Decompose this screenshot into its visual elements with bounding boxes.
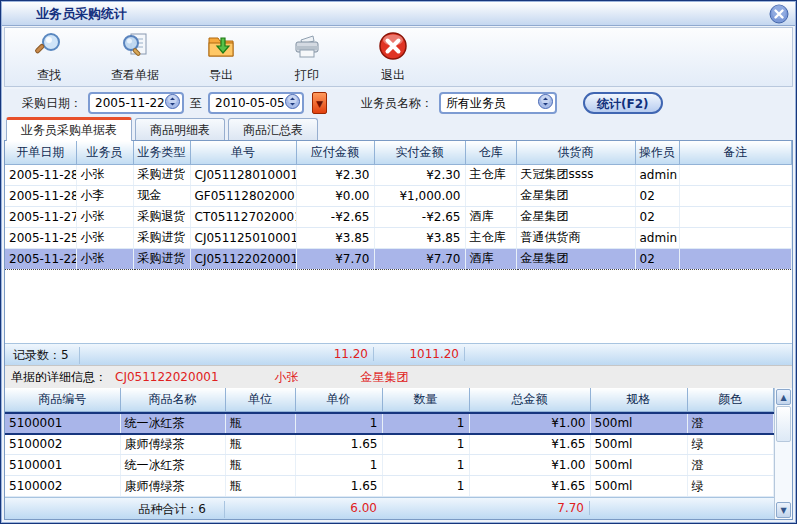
detail-table-header-row: 商品编号 商品名称 单位 单价 数量 总金额 规格 颜色 [5,388,774,411]
col-header-quantity: 数量 [382,388,469,411]
col-header-operator: 操作员 [635,141,679,164]
col-header-color: 颜色 [687,388,774,411]
content-panel: 开单日期 业务员 业务类型 单号 应付金额 实付金额 仓库 供货商 操作员 备注 [4,140,793,520]
view-document-label: 查看单据 [111,67,159,84]
list-item-selected[interactable]: 5100001统一冰红茶 瓶1 1¥1.00 500ml澄 [5,413,774,434]
col-header-total-amount: 总金额 [469,388,590,411]
spinner-icon[interactable] [165,94,180,112]
date-dropdown-button[interactable]: ▼ [312,92,327,114]
search-icon [33,30,65,65]
table-row-selected[interactable]: 2005-11-22小张 采购进货CJ051122020001 ¥7.70¥7.… [5,248,792,269]
total-paid: 1011.20 [374,347,465,361]
col-header-paid: 实付金额 [374,141,465,164]
detail-info-label: 单据的详细信息： [11,369,107,386]
list-item[interactable]: 5100002康师傅绿茶 瓶1.65 1¥1.65 500ml绿 [5,434,774,455]
view-document-button[interactable]: 查看单据 [109,30,161,84]
export-icon [205,30,237,65]
total-quantity: 6.00 [295,501,382,515]
spinner-icon[interactable] [538,94,553,112]
window-title: 业务员采购统计 [36,5,127,23]
detail-info-bar: 单据的详细信息： CJ051122020001 小张 金星集团 [5,365,792,388]
main-table: 开单日期 业务员 业务类型 单号 应付金额 实付金额 仓库 供货商 操作员 备注 [5,141,792,270]
main-totals-bar: 记录数：5 11.20 1011.20 [5,343,792,365]
col-header-business-type: 业务类型 [133,141,190,164]
date-to-value: 2010-05-05 [215,96,285,110]
arrow-down-icon: ▼ [780,506,786,515]
exit-button[interactable]: 退出 [367,30,419,84]
col-header-payable: 应付金额 [296,141,374,164]
table-row[interactable]: 2005-11-27小张 采购退货CT051127020001 -¥2.65-¥… [5,206,792,227]
find-button[interactable]: 查找 [23,30,75,84]
detail-table-section: 商品编号 商品名称 单位 单价 数量 总金额 规格 颜色 [5,388,792,519]
col-header-remarks: 备注 [679,141,792,164]
col-header-salesperson: 业务员 [76,141,133,164]
export-button[interactable]: 导出 [195,30,247,84]
col-header-product-code: 商品编号 [5,388,120,411]
exit-label: 退出 [381,67,405,84]
export-label: 导出 [209,67,233,84]
purchase-date-label: 采购日期： [22,95,82,112]
arrow-up-icon: ▲ [780,393,786,402]
close-icon [769,13,789,27]
date-to-input[interactable]: 2010-05-05 [208,92,304,114]
table-row[interactable]: 2005-11-28小李 现金GF051128020001 ¥0.00¥1,00… [5,185,792,206]
chevron-down-icon: ▼ [316,99,323,109]
scrollbar-thumb[interactable] [776,406,791,442]
date-from-value: 2005-11-22 [95,96,165,110]
exit-icon [377,30,409,65]
col-header-date: 开单日期 [5,141,76,164]
detail-salesperson: 小张 [275,369,299,386]
main-table-header-row: 开单日期 业务员 业务类型 单号 应付金额 实付金额 仓库 供货商 操作员 备注 [5,141,792,164]
table-row[interactable]: 2005-11-25小张 采购进货CJ051125010001 ¥3.85¥3.… [5,227,792,248]
print-icon [291,30,323,65]
spinner-icon[interactable] [285,94,300,112]
scroll-down-button[interactable]: ▼ [776,502,791,518]
col-header-warehouse: 仓库 [465,141,516,164]
scroll-up-button[interactable]: ▲ [776,389,791,405]
toolbar: 查找 查看单据 导出 [4,27,793,87]
print-button[interactable]: 打印 [281,30,333,84]
col-header-doc-no: 单号 [190,141,296,164]
detail-doc-no: CJ051122020001 [115,370,219,384]
tab-purchase-documents[interactable]: 业务员采购单据表 [6,117,132,141]
app-window: 业务员采购统计 查找 [0,0,797,524]
tab-bar: 业务员采购单据表 商品明细表 商品汇总表 [4,117,793,141]
date-from-input[interactable]: 2005-11-22 [88,92,184,114]
table-row[interactable]: 2005-11-28小张 采购进货CJ051128010001 ¥2.30¥2.… [5,164,792,185]
close-button[interactable] [769,4,789,24]
salesperson-label: 业务员名称： [361,95,433,112]
col-header-product-name: 商品名称 [120,388,225,411]
detail-rows-area: 5100001统一冰红茶 瓶1 1¥1.00 500ml澄 5100002康师傅… [5,412,774,498]
tab-product-details[interactable]: 商品明细表 [135,118,225,141]
record-count: 记录数：5 [13,347,80,364]
col-header-unit-price: 单价 [295,388,382,411]
variety-total-label: 品种合计：6 [120,501,225,518]
salesperson-select[interactable]: 所有业务员 [439,92,557,114]
total-payable: 11.20 [296,347,374,361]
title-bar: 业务员采购统计 [2,2,795,26]
print-label: 打印 [295,67,319,84]
col-header-supplier: 供货商 [516,141,635,164]
find-label: 查找 [37,67,61,84]
filter-bar: 采购日期： 2005-11-22 至 2010-05-05 [4,89,793,117]
view-document-icon [119,30,151,65]
col-header-unit: 单位 [225,388,295,411]
vertical-scrollbar[interactable]: ▲ ▼ [774,388,792,519]
detail-table: 商品编号 商品名称 单位 单价 数量 总金额 规格 颜色 [5,388,774,412]
tab-product-summary[interactable]: 商品汇总表 [228,118,318,141]
detail-supplier: 金星集团 [361,369,409,386]
col-header-spec: 规格 [590,388,687,411]
list-item[interactable]: 5100002康师傅绿茶 瓶1.65 1¥1.65 500ml绿 [5,476,774,497]
list-item[interactable]: 5100001统一冰红茶 瓶1 1¥1.00 500ml澄 [5,455,774,476]
statistics-button[interactable]: 统计(F2) [583,92,663,114]
total-amount: 7.70 [469,501,590,515]
salesperson-value: 所有业务员 [446,95,506,112]
to-label: 至 [190,95,202,112]
detail-totals-bar: 品种合计：6 6.00 7.70 [5,497,774,519]
main-table-area: 开单日期 业务员 业务类型 单号 应付金额 实付金额 仓库 供货商 操作员 备注 [5,141,792,343]
